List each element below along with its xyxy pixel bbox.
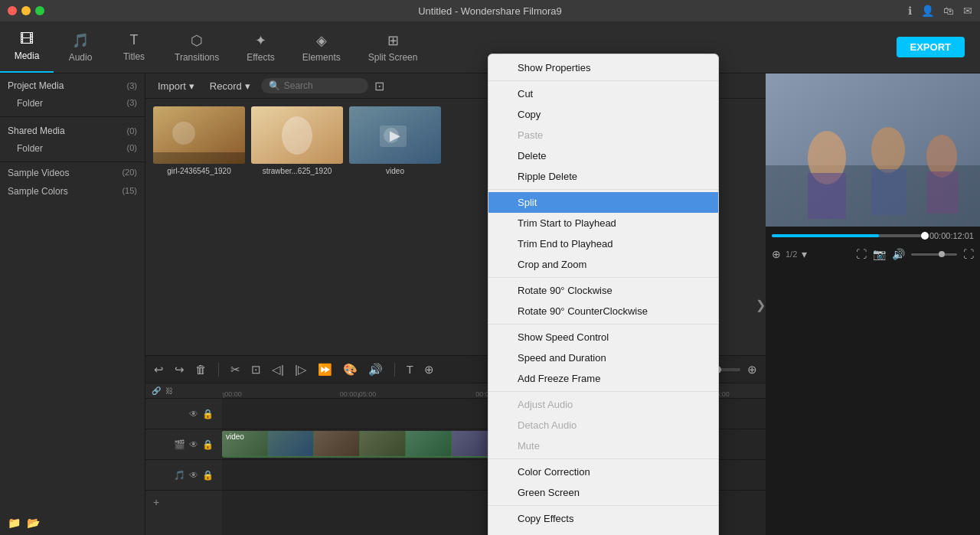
sample-videos-label: Sample Videos xyxy=(8,168,70,178)
new-folder-icon[interactable]: 📂 xyxy=(27,517,40,529)
tab-effects[interactable]: ✦ Effects xyxy=(233,21,288,73)
preview-zoom-level: 1/2 xyxy=(786,250,797,259)
tab-titles[interactable]: T Titles xyxy=(107,21,161,73)
snapshot-icon[interactable]: 📷 xyxy=(873,248,886,260)
project-media-header[interactable]: Project Media (3) xyxy=(0,77,145,95)
ctx-color-correction[interactable]: Color Correction xyxy=(488,462,718,482)
tab-audio[interactable]: 🎵 Audio xyxy=(54,21,107,73)
ctx-cut[interactable]: Cut xyxy=(488,83,718,104)
redo-button[interactable]: ↪ xyxy=(172,361,187,378)
shared-folder-item[interactable]: Folder (0) xyxy=(0,140,145,157)
link-icon[interactable]: 🔗 xyxy=(152,387,161,395)
preview-progress-bar[interactable] xyxy=(772,234,925,237)
ctx-sep-1 xyxy=(488,189,718,190)
ctx-green-screen[interactable]: Green Screen xyxy=(488,482,718,503)
ctx-delete[interactable]: Delete xyxy=(488,145,718,166)
track-audio-lock-icon[interactable]: 🔒 xyxy=(202,470,214,481)
volume-icon[interactable]: 🔊 xyxy=(892,248,905,260)
shared-media-header[interactable]: Shared Media (0) xyxy=(0,122,145,140)
tab-transitions[interactable]: ⬡ Transitions xyxy=(161,21,233,73)
color-button[interactable]: 🎨 xyxy=(341,361,360,378)
tab-splitscreen-label: Split Screen xyxy=(368,52,418,63)
filter-icon[interactable]: ⊡ xyxy=(374,79,384,93)
nav-tabs: 🎞 Media 🎵 Audio T Titles ⬡ Transitions ✦… xyxy=(0,21,431,73)
track-label-main: 👁 🔒 xyxy=(145,399,222,429)
clip-label: video xyxy=(226,432,244,441)
track-eye-icon[interactable]: 👁 xyxy=(189,409,198,419)
left-panel: Project Media (3) Folder (3) Shared Medi… xyxy=(0,73,145,535)
volume-slider[interactable] xyxy=(911,253,957,256)
speed-button[interactable]: ⏩ xyxy=(315,361,335,378)
zoom-button[interactable]: ⊕ xyxy=(422,361,436,378)
add-folder-icon[interactable]: 📁 xyxy=(8,517,21,529)
ctx-rotate-cw[interactable]: Rotate 90° Clockwise xyxy=(488,280,718,301)
window-controls[interactable] xyxy=(8,6,44,15)
ctx-ripple-delete[interactable]: Ripple Delete xyxy=(488,166,718,187)
track-controls-audio: 🎵 👁 🔒 xyxy=(174,470,217,481)
add-track-row[interactable]: + xyxy=(145,491,222,514)
record-button[interactable]: Record ▾ xyxy=(205,79,255,93)
delete-button[interactable]: 🗑 xyxy=(193,361,209,377)
shared-folder-count: (0) xyxy=(127,143,137,154)
undo-button[interactable]: ↩ xyxy=(152,361,166,378)
trim-start-button[interactable]: ◁| xyxy=(270,361,286,378)
track-audio-eye-icon[interactable]: 👁 xyxy=(189,470,198,481)
ctx-label-cut: Cut xyxy=(518,88,533,99)
search-input[interactable] xyxy=(284,80,361,91)
chain-icon[interactable]: ⛓ xyxy=(165,387,173,395)
trim-end-button[interactable]: |▷ xyxy=(292,361,309,378)
volume-dot xyxy=(939,251,945,257)
track-video-eye-icon[interactable]: 👁 xyxy=(189,439,198,450)
sample-colors-item[interactable]: Sample Colors (15) xyxy=(0,182,145,201)
ctx-show-speed[interactable]: Show Speed Control xyxy=(488,327,718,347)
project-media-section: Project Media (3) Folder (3) xyxy=(0,73,145,115)
scroll-arrow[interactable]: ❯ xyxy=(756,297,766,312)
shared-media-label: Shared Media xyxy=(8,126,65,136)
ctx-trim-end[interactable]: Trim End to Playhead xyxy=(488,233,718,254)
media-item-1[interactable]: strawber...625_1920 xyxy=(251,106,343,175)
svg-point-4 xyxy=(282,116,312,155)
transitions-icon: ⬡ xyxy=(191,32,203,49)
expand-icon[interactable]: ⛶ xyxy=(963,248,974,260)
search-box[interactable]: 🔍 xyxy=(261,78,368,93)
preview-zoom-down-icon[interactable]: ▾ xyxy=(802,248,807,260)
add-track-icon[interactable]: + xyxy=(153,496,159,508)
close-button[interactable] xyxy=(8,6,17,15)
ctx-split[interactable]: Split xyxy=(488,192,718,213)
split-button[interactable]: ✂ xyxy=(228,361,243,378)
tab-elements[interactable]: ◈ Elements xyxy=(289,21,354,73)
project-folder-label: Folder xyxy=(17,98,43,109)
full-screen-icon[interactable]: ⛶ xyxy=(856,248,867,260)
tab-media[interactable]: 🎞 Media xyxy=(0,21,54,73)
play-overlay-icon: ▶ xyxy=(390,127,400,144)
import-button[interactable]: Import ▾ xyxy=(153,79,199,93)
ctx-crop-zoom[interactable]: Crop and Zoom xyxy=(488,254,718,275)
ctx-show-properties[interactable]: Show Properties xyxy=(488,57,718,78)
track-lock-icon[interactable]: 🔒 xyxy=(202,409,214,419)
sample-videos-item[interactable]: Sample Videos (20) xyxy=(0,164,145,182)
maximize-button[interactable] xyxy=(35,6,44,15)
ctx-copy[interactable]: Copy xyxy=(488,104,718,125)
sample-colors-label: Sample Colors xyxy=(8,186,68,197)
minimize-button[interactable] xyxy=(21,6,31,15)
media-item-0[interactable]: girl-2436545_1920 xyxy=(153,106,245,175)
text-button[interactable]: T xyxy=(404,361,416,377)
tab-audio-label: Audio xyxy=(69,52,93,63)
preview-zoom-in-icon[interactable]: ⊕ xyxy=(772,248,781,260)
ctx-freeze-frame[interactable]: Add Freeze Frame xyxy=(488,368,718,389)
ctx-copy-effects[interactable]: Copy Effects xyxy=(488,508,718,529)
ctx-detach-audio: Detach Audio xyxy=(488,415,718,436)
filmstrip-2 xyxy=(314,431,360,456)
ctx-speed-duration[interactable]: Speed and Duration xyxy=(488,347,718,368)
media-item-2[interactable]: ▶ video xyxy=(349,106,441,175)
zoom-in-icon[interactable]: ⊕ xyxy=(745,361,760,378)
track-video-lock-icon[interactable]: 🔒 xyxy=(202,439,214,450)
tab-media-label: Media xyxy=(15,51,40,61)
project-folder-item[interactable]: Folder (3) xyxy=(0,95,145,112)
audio-button[interactable]: 🔊 xyxy=(366,361,385,378)
ctx-rotate-ccw[interactable]: Rotate 90° CounterClockwise xyxy=(488,301,718,321)
export-button[interactable]: EXPORT xyxy=(897,37,965,57)
tab-splitscreen[interactable]: ⊞ Split Screen xyxy=(354,21,432,73)
ctx-trim-start[interactable]: Trim Start to Playhead xyxy=(488,213,718,233)
crop-button[interactable]: ⊡ xyxy=(249,361,263,378)
